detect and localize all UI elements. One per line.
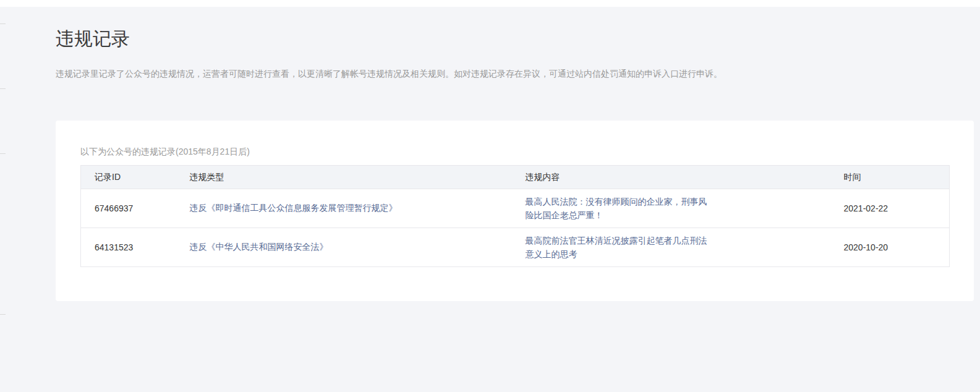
sidebar-divider bbox=[0, 153, 6, 154]
violation-type-link[interactable]: 违反《即时通信工具公众信息服务发展管理暂行规定》 bbox=[190, 203, 398, 213]
violation-content-link[interactable]: 最高院前法官王林清近况披露引起笔者几点刑法意义上的思考 bbox=[526, 234, 711, 261]
column-header-record-id: 记录ID bbox=[81, 166, 176, 189]
violation-content-link[interactable]: 最高人民法院：没有律师顾问的企业家，刑事风险比国企老总严重！ bbox=[526, 195, 711, 222]
violation-records-table: 记录ID 违规类型 违规内容 时间 67466937 违反《即时通信工具公众信息… bbox=[80, 165, 950, 267]
column-header-violation-content: 违规内容 bbox=[512, 166, 830, 189]
record-time-cell: 2020-10-20 bbox=[830, 228, 950, 267]
record-time-cell: 2021-02-22 bbox=[830, 189, 950, 228]
top-header-bar bbox=[0, 0, 980, 7]
main-content: 违规记录 违规记录里记录了公众号的违规情况，运营者可随时进行查看，以更清晰了解帐… bbox=[0, 27, 980, 301]
violation-records-card: 以下为公众号的违规记录(2015年8月21日后) 记录ID 违规类型 违规内容 … bbox=[56, 121, 974, 301]
page-description: 违规记录里记录了公众号的违规情况，运营者可随时进行查看，以更清晰了解帐号违规情况… bbox=[56, 68, 980, 80]
record-id-cell: 64131523 bbox=[81, 228, 176, 267]
table-row: 67466937 违反《即时通信工具公众信息服务发展管理暂行规定》 最高人民法院… bbox=[81, 189, 950, 228]
violation-type-link[interactable]: 违反《中华人民共和国网络安全法》 bbox=[190, 242, 328, 252]
table-row: 64131523 违反《中华人民共和国网络安全法》 最高院前法官王林清近况披露引… bbox=[81, 228, 950, 267]
sidebar-divider bbox=[0, 23, 6, 24]
records-intro-text: 以下为公众号的违规记录(2015年8月21日后) bbox=[80, 147, 949, 158]
column-header-violation-type: 违规类型 bbox=[176, 166, 512, 189]
sidebar-divider bbox=[0, 314, 6, 315]
record-id-cell: 67466937 bbox=[81, 189, 176, 228]
sidebar-divider bbox=[0, 88, 6, 89]
column-header-time: 时间 bbox=[830, 166, 950, 189]
page-title: 违规记录 bbox=[56, 27, 980, 52]
table-header-row: 记录ID 违规类型 违规内容 时间 bbox=[81, 166, 950, 189]
